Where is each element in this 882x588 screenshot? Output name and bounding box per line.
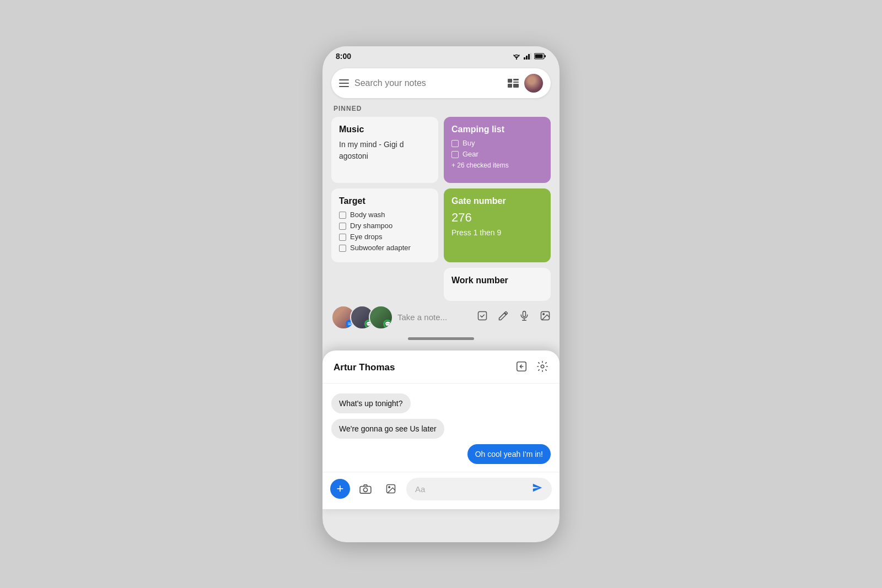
chat-camera-button[interactable] <box>356 479 375 499</box>
grid-icon[interactable] <box>508 79 519 88</box>
home-indicator-bar <box>408 337 474 340</box>
svg-rect-3 <box>524 57 525 60</box>
chat-send-button[interactable] <box>532 483 543 495</box>
avatar3-badge: 💬 <box>383 320 392 328</box>
chat-messages: What's up tonight? We're gonna go see Us… <box>322 384 560 472</box>
chat-add-button[interactable]: + <box>330 479 350 499</box>
svg-point-24 <box>543 314 545 315</box>
status-icons <box>512 53 546 60</box>
checkbox-gear <box>451 151 459 158</box>
notes-bottom-row: ✉ 💬 💬 Take a note... <box>331 305 551 330</box>
checkbox-dryshampoo <box>339 223 346 230</box>
app-switcher: ✉ 💬 💬 <box>331 305 393 330</box>
avatar[interactable] <box>524 74 543 93</box>
home-indicator <box>322 332 560 342</box>
checkbox-icon[interactable] <box>477 310 488 324</box>
note-card-music[interactable]: Music In my mind - Gigi d agostoni <box>331 117 438 183</box>
chat-input-row: + Aa <box>322 472 560 509</box>
chat-contact-name: Artur Thomas <box>334 362 395 373</box>
svg-rect-21 <box>478 312 487 320</box>
chat-overlay: Artur Thomas What's <box>322 350 560 509</box>
take-note-placeholder[interactable]: Take a note... <box>393 312 477 322</box>
target-item-dryshampoo: Dry shampoo <box>339 222 431 230</box>
partial-notes-row: Work number <box>322 262 560 301</box>
svg-point-18 <box>363 488 367 492</box>
message-cool: Oh cool yeah I'm in! <box>467 444 551 464</box>
svg-rect-13 <box>508 84 512 88</box>
note-card-work[interactable]: Work number <box>444 268 551 301</box>
note-title-music: Music <box>339 125 431 134</box>
target-item-bodywash: Body wash <box>339 211 431 219</box>
note-card-target[interactable]: Target Body wash Dry shampoo Eye drops S… <box>331 188 438 262</box>
chat-image-button[interactable] <box>381 479 401 499</box>
gate-subtext: Press 1 then 9 <box>451 228 543 237</box>
search-bar-icons <box>508 74 543 93</box>
svg-point-20 <box>389 487 390 488</box>
note-card-gate[interactable]: Gate number 276 Press 1 then 9 <box>444 188 551 262</box>
checkbox-eyedrops <box>339 234 346 241</box>
mic-icon[interactable] <box>519 310 530 324</box>
svg-point-2 <box>516 58 517 59</box>
svg-rect-14 <box>513 84 519 88</box>
camping-checked-count: + 26 checked items <box>451 161 543 169</box>
hamburger-menu[interactable] <box>339 79 349 87</box>
chat-header: Artur Thomas <box>322 350 560 384</box>
search-bar[interactable]: Search your notes <box>331 68 551 98</box>
notes-bottom-area: ✉ 💬 💬 Take a note... <box>322 301 560 332</box>
note-title-camping: Camping list <box>451 125 543 134</box>
bottom-icons <box>477 310 551 324</box>
phone-frame: 8:00 <box>322 46 560 542</box>
chat-back-icon[interactable] <box>515 360 528 375</box>
status-time: 8:00 <box>336 52 351 61</box>
note-card-camping[interactable]: Camping list Buy Gear + 26 checked items <box>444 117 551 183</box>
gate-number: 276 <box>451 211 543 225</box>
status-bar: 8:00 <box>322 46 560 64</box>
note-text-music: In my mind - Gigi d agostoni <box>339 139 431 162</box>
camping-item-buy: Buy <box>451 139 543 147</box>
note-title-target: Target <box>339 196 431 206</box>
svg-rect-9 <box>535 54 543 58</box>
svg-rect-10 <box>508 79 512 83</box>
checkbox-bodywash <box>339 212 346 219</box>
target-item-eyedrops: Eye drops <box>339 233 431 241</box>
signal-icon <box>524 53 531 60</box>
chat-header-icons <box>515 360 548 375</box>
svg-rect-4 <box>526 56 528 60</box>
notes-grid: Music In my mind - Gigi d agostoni Campi… <box>322 117 560 262</box>
search-placeholder: Search your notes <box>354 78 502 88</box>
message-gonna: We're gonna go see Us later <box>331 419 444 439</box>
pencil-icon[interactable] <box>498 310 509 324</box>
message-whatsup: What's up tonight? <box>331 393 411 413</box>
chat-settings-icon[interactable] <box>536 360 548 375</box>
svg-rect-6 <box>530 53 531 60</box>
wifi-icon <box>512 53 521 60</box>
note-title-gate: Gate number <box>451 196 543 206</box>
checkbox-buy <box>451 140 459 147</box>
image-icon[interactable] <box>540 310 551 324</box>
svg-rect-11 <box>513 79 519 80</box>
target-item-subwoofer: Subwoofer adapter <box>339 244 431 252</box>
chat-input-placeholder: Aa <box>415 484 425 494</box>
camping-item-gear: Gear <box>451 150 543 158</box>
svg-rect-12 <box>513 82 519 83</box>
battery-icon <box>534 53 546 60</box>
svg-rect-22 <box>523 311 526 317</box>
checkbox-subwoofer <box>339 245 346 252</box>
note-title-work: Work number <box>451 276 543 285</box>
mini-avatar-3[interactable]: 💬 <box>369 305 393 330</box>
svg-rect-8 <box>545 55 546 57</box>
chat-text-input[interactable]: Aa <box>406 478 552 500</box>
svg-rect-5 <box>528 54 530 60</box>
pinned-section-label: PINNED <box>322 105 560 117</box>
svg-point-16 <box>541 365 544 368</box>
